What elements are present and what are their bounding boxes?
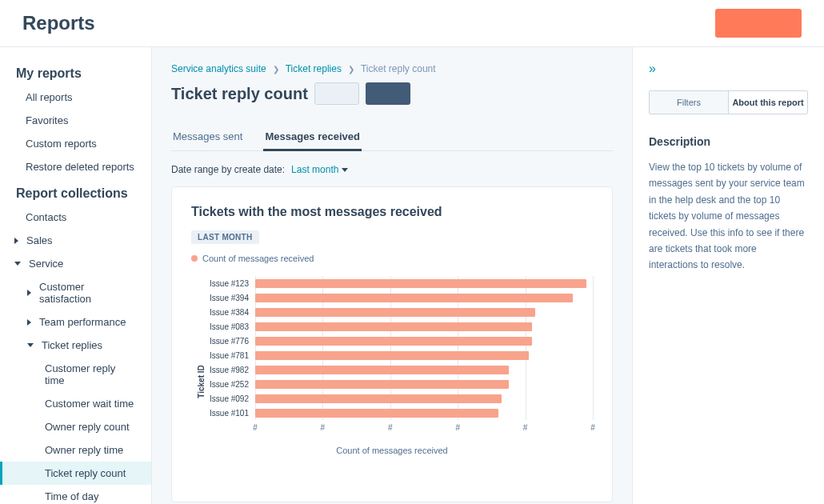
bar-label: Issue #123 — [210, 279, 249, 288]
legend-label: Count of messages received — [202, 254, 314, 263]
bar-label: Issue #101 — [210, 409, 249, 418]
bar[interactable] — [255, 394, 502, 403]
sidebar-item-customer-wait-time[interactable]: Customer wait time — [0, 392, 151, 415]
bar[interactable] — [255, 308, 535, 317]
sidebar-item-owner-reply-time[interactable]: Owner reply time — [0, 438, 151, 462]
chart-row: Issue #781 — [255, 348, 593, 362]
caret-right-icon — [14, 238, 18, 244]
page-title: Ticket reply count — [171, 85, 308, 103]
chart-row: Issue #083 — [255, 319, 593, 334]
date-range-row: Date range by create date: Last month — [171, 164, 613, 175]
bar-label: Issue #083 — [210, 322, 249, 331]
bar[interactable] — [255, 380, 509, 389]
x-axis-label: Count of messages received — [191, 446, 593, 455]
pane-tabs: Filters About this report — [649, 90, 808, 114]
sidebar-item-service[interactable]: Service — [0, 252, 151, 275]
bar-label: Issue #092 — [210, 394, 249, 403]
collapse-pane-icon[interactable]: » — [649, 62, 808, 76]
pane-tab-filters[interactable]: Filters — [650, 91, 728, 114]
caret-right-icon — [27, 290, 31, 296]
bar-chart: Ticket ID Issue #123Issue #394Issue #384… — [191, 276, 593, 487]
sidebar-section-my-reports: My reports — [0, 58, 151, 86]
pane-tab-about[interactable]: About this report — [728, 91, 807, 114]
breadcrumb-current: Ticket reply count — [361, 63, 436, 74]
chevron-right-icon: ❯ — [348, 65, 354, 74]
description-body: View the top 10 tickets by volume of mes… — [649, 159, 808, 274]
caret-down-icon — [27, 343, 34, 347]
x-tick: # — [388, 423, 393, 432]
caret-down-icon — [14, 262, 21, 266]
chart-plot-area: Issue #123Issue #394Issue #384Issue #083… — [255, 276, 593, 420]
bar-label: Issue #394 — [210, 294, 249, 302]
sidebar-item-restore-deleted[interactable]: Restore deleted reports — [0, 155, 151, 178]
title-row: Ticket reply count — [171, 82, 613, 105]
sidebar-item-ticket-replies[interactable]: Ticket replies — [0, 334, 151, 357]
bar[interactable] — [255, 337, 532, 346]
primary-cta-button[interactable] — [715, 9, 802, 38]
action-button-dark[interactable] — [366, 82, 410, 105]
bar[interactable] — [255, 366, 509, 374]
legend-dot-icon — [191, 255, 198, 262]
chart-row: Issue #384 — [255, 305, 593, 319]
bar[interactable] — [255, 279, 586, 288]
x-tick: # — [253, 423, 258, 432]
chart-row: Issue #092 — [255, 391, 593, 406]
date-badge: LAST MONTH — [191, 230, 259, 244]
bar[interactable] — [255, 294, 573, 302]
chart-row: Issue #776 — [255, 334, 593, 348]
bar[interactable] — [255, 322, 532, 331]
chart-row: Issue #982 — [255, 362, 593, 377]
chart-card: Tickets with the most messages received … — [171, 186, 613, 502]
sidebar-item-contacts[interactable]: Contacts — [0, 206, 151, 229]
sidebar-item-ticket-reply-count[interactable]: Ticket reply count — [0, 462, 151, 485]
bar-label: Issue #384 — [210, 308, 249, 317]
sidebar-item-time-of-day[interactable]: Time of day — [0, 485, 151, 504]
bar-label: Issue #982 — [210, 366, 249, 374]
bar-label: Issue #776 — [210, 337, 249, 346]
chart-title: Tickets with the most messages received — [191, 205, 593, 219]
sidebar-item-favorites[interactable]: Favorites — [0, 109, 151, 132]
breadcrumb-service-analytics[interactable]: Service analytics suite — [171, 63, 266, 74]
description-heading: Description — [649, 135, 808, 148]
date-range-label: Date range by create date: — [171, 164, 285, 175]
grid-line — [593, 276, 594, 420]
sidebar-item-sales[interactable]: Sales — [0, 229, 151, 252]
main: My reports All reports Favorites Custom … — [0, 47, 824, 504]
action-button-light[interactable] — [314, 82, 359, 105]
x-tick: # — [455, 423, 460, 432]
caret-down-icon — [342, 168, 348, 172]
breadcrumb: Service analytics suite ❯ Ticket replies… — [171, 63, 613, 74]
caret-right-icon — [27, 319, 31, 326]
chevron-right-icon: ❯ — [273, 65, 279, 74]
sidebar-item-all-reports[interactable]: All reports — [0, 86, 151, 109]
sidebar-section-collections: Report collections — [0, 178, 151, 206]
subtabs: Messages sent Messages received — [171, 124, 613, 151]
x-axis: ###### — [255, 423, 593, 436]
breadcrumb-ticket-replies[interactable]: Ticket replies — [286, 63, 342, 74]
sidebar-item-custom-reports[interactable]: Custom reports — [0, 132, 151, 155]
bar[interactable] — [255, 409, 498, 418]
sidebar-item-customer-satisfaction[interactable]: Customer satisfaction — [0, 275, 151, 310]
tab-messages-received[interactable]: Messages received — [263, 124, 362, 150]
bar[interactable] — [255, 351, 529, 360]
chart-row: Issue #394 — [255, 290, 593, 305]
sidebar: My reports All reports Favorites Custom … — [0, 47, 152, 504]
content: Service analytics suite ❯ Ticket replies… — [152, 47, 824, 504]
bar-label: Issue #781 — [210, 351, 249, 360]
sidebar-item-owner-reply-count[interactable]: Owner reply count — [0, 415, 151, 438]
tab-messages-sent[interactable]: Messages sent — [171, 124, 244, 150]
chart-row: Issue #252 — [255, 377, 593, 391]
x-tick: # — [523, 423, 528, 432]
app-title: Reports — [22, 12, 95, 34]
date-range-dropdown[interactable]: Last month — [291, 164, 348, 175]
bar-label: Issue #252 — [210, 380, 249, 389]
center-pane: Service analytics suite ❯ Ticket replies… — [152, 47, 632, 504]
chart-row: Issue #101 — [255, 406, 593, 420]
chart-legend: Count of messages received — [191, 254, 593, 263]
sidebar-item-customer-reply-time[interactable]: Customer reply time — [0, 357, 151, 392]
chart-row: Issue #123 — [255, 276, 593, 290]
right-pane: » Filters About this report Description … — [632, 47, 824, 504]
sidebar-item-team-performance[interactable]: Team performance — [0, 310, 151, 334]
y-axis-label: Ticket ID — [197, 365, 206, 398]
x-tick: # — [321, 423, 326, 432]
